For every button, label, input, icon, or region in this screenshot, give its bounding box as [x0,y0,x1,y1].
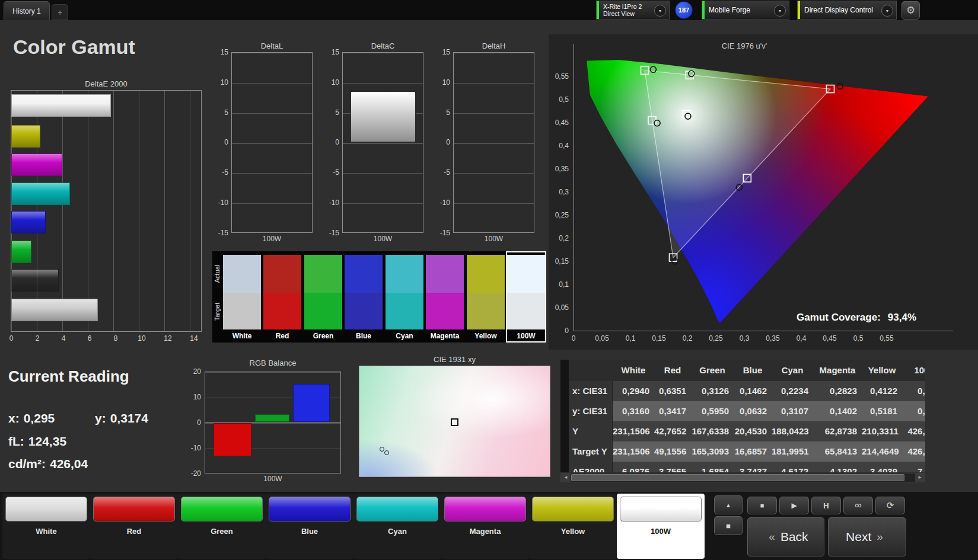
table-cell: 7,2519 [902,462,925,472]
patch-label: Green [178,527,266,536]
swatch-target-red [263,293,301,329]
table-row-x-cie31[interactable]: x: CIE31 0,29400,63510,31260,14620,22340… [569,381,925,401]
reading-fl-label: fL: [8,434,24,448]
page-title: Color Gamut [13,36,135,59]
meter-name: X-Rite i1Pro 2 [603,3,642,11]
x-tick-label: 0,55 [874,334,900,343]
cie1931-plot [359,366,550,477]
chevron-down-icon[interactable]: ▼ [774,5,786,17]
swatch-column-magenta: Magenta [426,252,464,341]
settings-button[interactable]: ⚙ [901,1,920,20]
deltac-x-label: 100W [342,235,423,243]
table-cell: 6,0876 [613,462,654,472]
play-icon: ▶ [791,501,797,510]
expand-up-button[interactable]: ▲ [714,495,743,514]
y-tick-label: 0,55 [549,72,569,81]
y-tick-label: -20 [180,469,201,478]
levels-button[interactable]: H [811,497,841,514]
y-tick-label: -10 [431,198,450,207]
back-button[interactable]: « Back [747,517,824,556]
patch-cyan[interactable]: Cyan [353,494,441,559]
y-tick-label: -10 [180,443,201,453]
deltae-bar-magenta [11,153,62,176]
rgb-balance-plot [205,372,341,473]
table-cell: 0,5181 [862,401,902,421]
patch-swatch-green[interactable] [181,497,263,521]
y-tick-label: -15 [431,228,450,238]
column-header [569,360,613,381]
table-cell: 62,8738 [813,421,862,441]
display-control-selector[interactable]: Direct Display Control ▼ [797,1,897,20]
y-tick-label: 0,15 [549,257,569,265]
table-cell: 0,2823 [813,381,862,401]
table-row-deltae[interactable]: ΔE2000 6,08763,75651,68543,74374,61724,1… [569,462,925,472]
y-tick-label: 10 [209,78,228,87]
x-tick-label: 0,3 [731,334,757,343]
row-label: Y [569,421,613,441]
column-header: Green [691,360,734,381]
table-row-target-y[interactable]: Target Y 231,150649,1556165,309316,68571… [569,441,925,462]
app-window: History 1 + X-Rite i1Pro 2 Direct View ▼… [0,0,978,560]
table-cell: 426,0446 [902,421,925,441]
patch-label: White [2,527,90,536]
meter-selector[interactable]: X-Rite i1Pro 2 Direct View ▼ [596,1,670,20]
stop-button[interactable]: ■ [747,497,777,514]
table-cell: 1,6854 [691,462,734,472]
chevron-down-icon[interactable]: ▼ [654,5,666,17]
reading-y-value: 0,3174 [110,411,148,425]
patch-magenta[interactable]: Magenta [441,494,529,559]
swatch-column-white: White [223,252,261,341]
patch-swatch-magenta[interactable] [444,497,526,521]
x-tick-label: 0,05 [589,334,615,343]
play-button[interactable]: ▶ [779,497,809,514]
patch-100w[interactable]: 100W [617,494,705,559]
patch-blue[interactable]: Blue [266,494,353,559]
table-cell: 231,1506 [613,441,654,462]
patch-green[interactable]: Green [178,494,266,559]
patch-swatch-cyan[interactable] [356,497,438,521]
scroll-right-icon[interactable]: ► [915,473,925,482]
refresh-button[interactable]: ⟳ [875,497,905,514]
workflow-selector[interactable]: Mobile Forge ▼ [702,1,789,20]
tab-history[interactable]: History 1 [4,1,50,20]
deltae-bar-red [11,269,59,292]
y-tick-label: 0,05 [549,303,569,312]
back-chevrons-icon: « [769,530,775,543]
cie1976-y-labels: 0,550,50,450,40,350,30,250,20,150,10,050 [549,72,569,335]
patch-swatch-yellow[interactable] [532,497,614,521]
next-button[interactable]: Next » [828,517,906,556]
cie1931-measured-marker [384,450,389,455]
patch-swatch-red[interactable] [93,497,175,521]
swatch-column-yellow: Yellow [467,252,505,341]
reading-count-badge: 187 [675,1,693,19]
reading-x: x:0,295 [8,411,55,425]
table-row-y-lum[interactable]: Y 231,150642,7652167,633820,4530188,0423… [569,421,925,441]
table-cell: 20,4530 [734,421,772,441]
patch-label: Cyan [353,527,441,536]
table-row-y-cie31[interactable]: y: CIE31 0,31600,34170,59500,06320,31070… [569,401,925,421]
patch-swatch-100w[interactable] [620,497,702,521]
table-cell: 167,6338 [691,421,734,441]
swatch-label: Blue [345,332,383,340]
patch-swatch-white[interactable] [5,497,87,521]
deltae-bar-blue [11,211,46,233]
table-cell: 0,3174 [902,401,925,421]
scroll-left-icon[interactable]: ◄ [561,473,571,482]
x-tick-label: 0 [5,334,18,343]
patch-swatch-blue[interactable] [269,497,351,521]
deltae-bar-white [11,94,111,117]
patch-red[interactable]: Red [90,494,178,559]
scrollbar-thumb[interactable] [571,474,904,481]
y-tick-label: 5 [431,108,450,117]
swatch-label: Yellow [467,332,505,340]
patch-yellow[interactable]: Yellow [529,494,617,559]
continuous-measure-button[interactable]: ∞ [843,497,873,514]
swatch-label: White [223,332,261,340]
new-tab-button[interactable]: + [52,4,68,20]
patch-label: Blue [266,527,353,536]
table-horizontal-scrollbar[interactable]: ◄ ► [560,473,925,482]
chevron-down-icon[interactable]: ▼ [881,5,893,17]
patch-white[interactable]: White [2,494,90,559]
pattern-window-button[interactable]: ■ [714,516,743,535]
meter-selector-label: X-Rite i1Pro 2 Direct View [603,1,642,19]
